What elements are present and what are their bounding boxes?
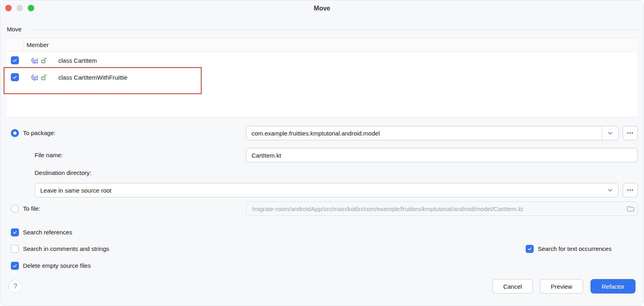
member-row-cartitem[interactable]: class CartItem — [7, 52, 637, 69]
package-browse-button[interactable]: … — [623, 126, 638, 140]
chevron-down-icon[interactable] — [602, 130, 618, 136]
file-name-input[interactable]: CartItem.kt — [246, 148, 638, 162]
checkmark-icon — [527, 246, 533, 252]
cancel-button[interactable]: Cancel — [492, 279, 533, 294]
help-button[interactable]: ? — [8, 279, 22, 293]
search-comments-checkbox[interactable] — [11, 245, 19, 253]
members-table-header: Member — [7, 38, 637, 52]
checkmark-icon — [12, 58, 18, 63]
column-divider — [23, 38, 24, 51]
preview-button[interactable]: Preview — [540, 279, 583, 294]
to-file-label[interactable]: To file: — [23, 201, 40, 216]
search-references-checkbox[interactable] — [11, 228, 19, 236]
move-dialog: Move Move Member — [0, 0, 644, 306]
package-combobox[interactable]: com.example.fruitties.kmptutorial.androi… — [246, 126, 619, 140]
to-file-path-input: /migrate-room/androidApp/src/main/kotlin… — [246, 201, 638, 216]
kotlin-class-icon — [31, 56, 39, 64]
destination-directory-value: Leave in same source root — [40, 187, 111, 194]
move-group-label: Move — [7, 26, 22, 33]
to-file-radio[interactable] — [11, 205, 19, 213]
member-checkbox[interactable] — [11, 56, 19, 64]
delete-empty-files-checkbox[interactable] — [11, 262, 19, 270]
search-references-label[interactable]: Search references — [23, 225, 72, 240]
member-row-label: class CartItemWithFruittie — [58, 74, 128, 81]
folder-icon — [623, 205, 634, 212]
refactor-button[interactable]: Refactor — [590, 279, 636, 294]
checkmark-icon — [12, 263, 18, 269]
member-row-label: class CartItem — [58, 57, 97, 64]
file-name-value: CartItem.kt — [252, 152, 281, 159]
delete-empty-files-label[interactable]: Delete empty source files — [23, 259, 91, 273]
member-column-header: Member — [7, 41, 49, 48]
search-comments-label[interactable]: Search in comments and strings — [23, 242, 109, 256]
chevron-down-icon[interactable] — [602, 187, 618, 193]
to-file-path-value: /migrate-room/androidApp/src/main/kotlin… — [252, 205, 523, 212]
destination-directory-browse-button[interactable]: … — [623, 183, 638, 197]
search-text-occurrences-label[interactable]: Search for text occurrences — [538, 242, 611, 256]
checkmark-icon — [12, 74, 18, 80]
kotlin-class-icon — [31, 73, 39, 81]
member-row-cartitemwithfruittie[interactable]: class CartItemWithFruittie — [7, 69, 637, 86]
package-combobox-value: com.example.fruitties.kmptutorial.androi… — [252, 130, 380, 137]
to-package-radio[interactable] — [11, 129, 19, 137]
members-table: Member class CartItem — [7, 38, 637, 117]
destination-directory-combobox[interactable]: Leave in same source root — [35, 183, 619, 197]
member-checkbox[interactable] — [11, 73, 19, 81]
window-title: Move — [0, 0, 644, 16]
file-name-label: File name: — [35, 148, 63, 162]
open-lock-icon — [41, 74, 47, 80]
checkmark-icon — [12, 230, 18, 235]
group-separator — [31, 30, 637, 30]
destination-directory-label: Destination directory: — [35, 166, 91, 180]
title-bar: Move — [0, 0, 644, 16]
open-lock-icon — [41, 57, 47, 64]
to-package-label[interactable]: To package: — [23, 126, 56, 140]
search-text-occurrences-checkbox[interactable] — [526, 245, 534, 253]
